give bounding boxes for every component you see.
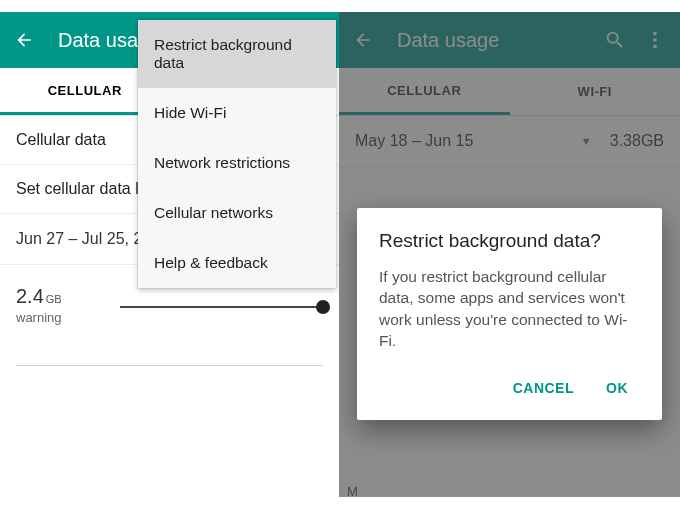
- dialog-body: If you restrict background cellular data…: [379, 266, 640, 352]
- divider: [16, 365, 323, 366]
- slider-info: 2.4GB warning: [16, 285, 68, 325]
- warning-slider[interactable]: [120, 306, 323, 308]
- screen-data-usage-menu: Data usage CELLULAR WI-FI Cellular data …: [0, 12, 339, 497]
- cancel-button[interactable]: CANCEL: [501, 372, 586, 404]
- back-icon[interactable]: [14, 30, 34, 50]
- overflow-menu: Restrict background data Hide Wi-Fi Netw…: [138, 20, 336, 288]
- restrict-dialog: Restrict background data? If you restric…: [357, 208, 662, 420]
- dialog-actions: CANCEL OK: [379, 372, 640, 410]
- dialog-title: Restrict background data?: [379, 230, 640, 252]
- ok-button[interactable]: OK: [594, 372, 640, 404]
- slider-caption: warning: [16, 310, 68, 325]
- menu-restrict-background[interactable]: Restrict background data: [138, 20, 336, 88]
- slider-value: 2.4: [16, 285, 44, 307]
- menu-hide-wifi[interactable]: Hide Wi-Fi: [138, 88, 336, 138]
- slider-unit: GB: [46, 293, 62, 305]
- screen-data-usage-dialog: Data usage CELLULAR WI-FI May 18 – Jun 1…: [339, 12, 680, 497]
- slider-thumb[interactable]: [316, 300, 330, 314]
- menu-help-feedback[interactable]: Help & feedback: [138, 238, 336, 288]
- menu-network-restrictions[interactable]: Network restrictions: [138, 138, 336, 188]
- menu-cellular-networks[interactable]: Cellular networks: [138, 188, 336, 238]
